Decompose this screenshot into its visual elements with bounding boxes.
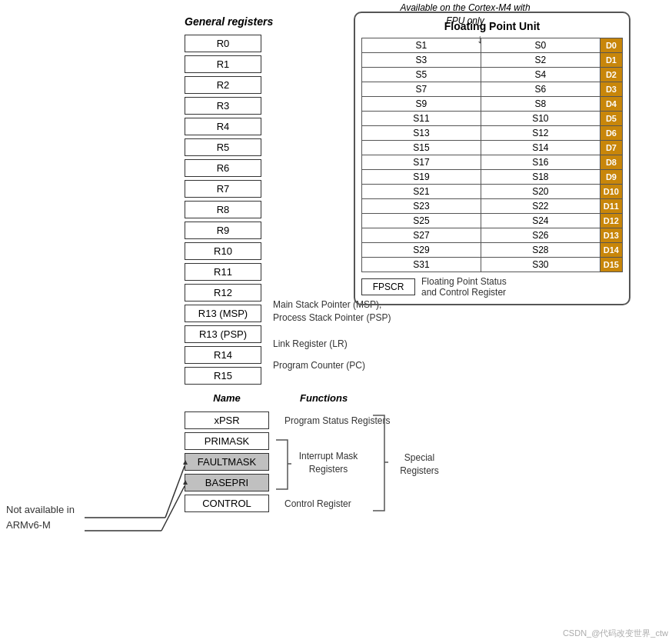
- fpu-row-15: S31 S30 D15: [362, 258, 623, 272]
- fpu-s-even-5: S10: [481, 112, 600, 126]
- fpu-d-10: D10: [600, 185, 622, 199]
- fpu-s-odd-9: S19: [362, 170, 481, 185]
- fpu-row-10: S21 S20 D10: [362, 185, 623, 199]
- fpu-s-even-7: S14: [481, 141, 600, 155]
- xpsr-row: xPSR Program Status Registers: [185, 411, 390, 429]
- control-row: CONTROL Control Register: [185, 495, 390, 512]
- fpu-d-0: D0: [600, 38, 622, 53]
- reg-r3: R3: [185, 97, 261, 115]
- reg-r5: R5: [185, 138, 261, 156]
- fpu-row-4: S9 S8 D4: [362, 97, 623, 112]
- svg-line-4: [161, 486, 185, 531]
- fpu-s-odd-2: S5: [362, 68, 481, 82]
- fpu-row-12: S25 S24 D12: [362, 214, 623, 228]
- fpu-s-even-10: S20: [481, 185, 600, 199]
- reg-r0: R0: [185, 35, 261, 52]
- fpu-s-odd-10: S21: [362, 185, 481, 199]
- interrupt-mask-label: Interrupt MaskRegisters: [294, 450, 363, 476]
- fpu-d-8: D8: [600, 155, 622, 170]
- interrupt-mask-brace: [272, 438, 291, 494]
- fpu-s-even-11: S22: [481, 199, 600, 214]
- fpu-row-0: S1 S0 D0: [362, 38, 623, 53]
- interrupt-brace-svg: [272, 438, 291, 491]
- reg-r1: R1: [185, 55, 261, 73]
- reg-r13-msp: R13 (MSP): [185, 305, 261, 322]
- reg-r13-psp: R13 (PSP): [185, 325, 261, 343]
- fpu-s-even-15: S30: [481, 258, 600, 272]
- special-name-header: Name: [185, 392, 269, 404]
- fpu-s-odd-11: S23: [362, 199, 481, 214]
- fpu-s-odd-4: S9: [362, 97, 481, 112]
- fpu-s-even-1: S2: [481, 53, 600, 68]
- fpu-d-11: D11: [600, 199, 622, 214]
- fpu-container: Floating Point Unit S1 S0 D0 S3 S2 D1 S5…: [354, 12, 630, 305]
- fpu-s-odd-7: S15: [362, 141, 481, 155]
- fpu-s-even-6: S12: [481, 126, 600, 141]
- basepri-box: BASEPRI: [185, 474, 269, 491]
- fpu-d-12: D12: [600, 214, 622, 228]
- fpu-d-7: D7: [600, 141, 622, 155]
- reg-r8: R8: [185, 201, 261, 218]
- fpu-row-8: S17 S16 D8: [362, 155, 623, 170]
- general-registers-list: R0 R1 R2 R3 R4 R5 R6 R7 R8 R9 R10 R11 R1…: [185, 35, 261, 385]
- reg-r7: R7: [185, 180, 261, 198]
- fpu-row-1: S3 S2 D1: [362, 53, 623, 68]
- fpu-s-even-0: S0: [481, 38, 600, 53]
- fpu-s-odd-3: S7: [362, 82, 481, 97]
- fpu-s-even-9: S18: [481, 170, 600, 185]
- fpu-s-even-8: S16: [481, 155, 600, 170]
- xpsr-box: xPSR: [185, 411, 269, 429]
- control-func: Control Register: [284, 498, 351, 509]
- fpu-d-5: D5: [600, 112, 622, 126]
- fpu-row-6: S13 S12 D6: [362, 126, 623, 141]
- reg-r12: R12: [185, 284, 261, 302]
- reg-r4: R4: [185, 118, 261, 135]
- fpu-d-14: D14: [600, 243, 622, 258]
- not-available-label: Not available inARMv6-M: [6, 502, 75, 532]
- fpu-row-5: S11 S10 D5: [362, 112, 623, 126]
- reg-r14: R14: [185, 346, 261, 364]
- special-func-header: Functions: [300, 392, 348, 404]
- fpu-row-14: S29 S28 D14: [362, 243, 623, 258]
- fpu-s-odd-8: S17: [362, 155, 481, 170]
- fpu-d-2: D2: [600, 68, 622, 82]
- special-registers-label: SpecialRegisters: [391, 451, 448, 478]
- fpu-row-3: S7 S6 D3: [362, 82, 623, 97]
- fpscr-box: FPSCR: [361, 278, 415, 295]
- special-regs-brace: [369, 414, 388, 515]
- fpu-row-2: S5 S4 D2: [362, 68, 623, 82]
- fpu-s-odd-0: S1: [362, 38, 481, 53]
- fpu-s-odd-13: S27: [362, 228, 481, 243]
- reg-r2: R2: [185, 76, 261, 94]
- fpu-d-1: D1: [600, 53, 622, 68]
- fpu-s-odd-5: S11: [362, 112, 481, 126]
- special-brace-svg: [369, 414, 388, 512]
- fpu-s-odd-14: S29: [362, 243, 481, 258]
- special-section-headers: Name Functions: [185, 392, 348, 408]
- main-container: General registers R0 R1 R2 R3 R4 R5 R6 R…: [0, 0, 672, 643]
- fpu-d-4: D4: [600, 97, 622, 112]
- fpu-d-9: D9: [600, 170, 622, 185]
- primask-box: PRIMASK: [185, 432, 269, 450]
- general-registers-title: General registers: [185, 15, 273, 28]
- fpu-s-even-2: S4: [481, 68, 600, 82]
- fpu-s-odd-6: S13: [362, 126, 481, 141]
- fpu-row-9: S19 S18 D9: [362, 170, 623, 185]
- faultmask-box: FAULTMASK: [185, 453, 269, 471]
- fpu-row-7: S15 S14 D7: [362, 141, 623, 155]
- fpu-d-15: D15: [600, 258, 622, 272]
- fpu-s-odd-1: S3: [362, 53, 481, 68]
- fpu-table: S1 S0 D0 S3 S2 D1 S5 S4 D2 S7 S6 D3 S9 S…: [361, 38, 623, 272]
- fpu-s-odd-12: S25: [362, 214, 481, 228]
- fpu-d-13: D13: [600, 228, 622, 243]
- svg-line-1: [165, 466, 185, 518]
- fpu-s-even-13: S26: [481, 228, 600, 243]
- fpu-s-odd-15: S31: [362, 258, 481, 272]
- reg-r6: R6: [185, 159, 261, 177]
- reg-r15: R15: [185, 367, 261, 385]
- fpu-s-even-4: S8: [481, 97, 600, 112]
- fpu-d-3: D3: [600, 82, 622, 97]
- fpu-s-even-3: S6: [481, 82, 600, 97]
- reg-r11: R11: [185, 263, 261, 281]
- reg-r10: R10: [185, 242, 261, 260]
